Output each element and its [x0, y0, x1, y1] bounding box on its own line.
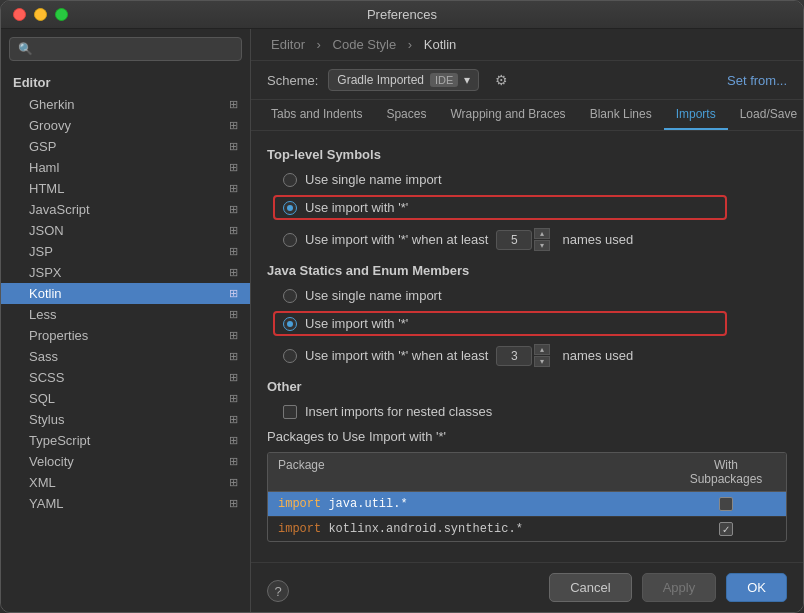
spinner-arrows: ▴ ▾	[534, 228, 550, 251]
top-level-radio-group: Use single name import Use import with '…	[283, 172, 787, 251]
tab-load-save[interactable]: Load/Save	[728, 100, 803, 130]
sidebar-item-jsp[interactable]: JSP ⊞	[1, 241, 250, 262]
window-title: Preferences	[367, 7, 437, 22]
col-with-subpackages: With Subpackages	[666, 453, 786, 491]
sidebar-item-icon: ⊞	[229, 434, 238, 447]
top-level-radio3[interactable]	[283, 233, 297, 247]
sidebar-item-typescript[interactable]: TypeScript ⊞	[1, 430, 250, 451]
top-level-radio1-label: Use single name import	[305, 172, 442, 187]
scheme-row: Scheme: Gradle Imported IDE ▾ ⚙ Set from…	[251, 61, 803, 100]
subpackages-checkbox[interactable]	[719, 522, 733, 536]
set-from-link[interactable]: Set from...	[727, 73, 787, 88]
table-row[interactable]: import kotlinx.android.synthetic.*	[268, 517, 786, 541]
java-statics-spinner-arrows: ▴ ▾	[534, 344, 550, 367]
tab-spaces[interactable]: Spaces	[374, 100, 438, 130]
sidebar-item-label: Velocity	[29, 454, 74, 469]
sidebar-item-label: Sass	[29, 349, 58, 364]
tab-tabs-and-indents[interactable]: Tabs and Indents	[259, 100, 374, 130]
search-input[interactable]	[39, 42, 233, 56]
other-title: Other	[267, 379, 787, 394]
scheme-dropdown[interactable]: Gradle Imported IDE ▾	[328, 69, 479, 91]
sidebar-item-stylus[interactable]: Stylus ⊞	[1, 409, 250, 430]
sidebar-item-yaml[interactable]: YAML ⊞	[1, 493, 250, 514]
java-statics-radio1[interactable]	[283, 289, 297, 303]
sidebar-item-jspx[interactable]: JSPX ⊞	[1, 262, 250, 283]
java-statics-radio3-label: Use import with '*' when at least	[305, 348, 488, 363]
spinner-down[interactable]: ▾	[534, 240, 550, 251]
chevron-down-icon: ▾	[464, 73, 470, 87]
sidebar-item-groovy[interactable]: Groovy ⊞	[1, 115, 250, 136]
java-statics-radio3[interactable]	[283, 349, 297, 363]
sidebar-item-label: GSP	[29, 139, 56, 154]
sidebar-item-icon: ⊞	[229, 224, 238, 237]
sidebar-item-json[interactable]: JSON ⊞	[1, 220, 250, 241]
sidebar-item-label: TypeScript	[29, 433, 90, 448]
help-button[interactable]: ?	[267, 580, 289, 602]
sidebar-item-sass[interactable]: Sass ⊞	[1, 346, 250, 367]
sidebar-item-label: JavaScript	[29, 202, 90, 217]
sidebar-item-icon: ⊞	[229, 119, 238, 132]
sidebar-item-icon: ⊞	[229, 98, 238, 111]
sidebar-item-properties[interactable]: Properties ⊞	[1, 325, 250, 346]
sidebar-item-scss[interactable]: SCSS ⊞	[1, 367, 250, 388]
top-level-spinner-input[interactable]	[496, 230, 532, 250]
java-statics-spinner-up[interactable]: ▴	[534, 344, 550, 355]
minimize-button[interactable]	[34, 8, 47, 21]
title-bar: Preferences	[1, 1, 803, 29]
top-level-radio1[interactable]	[283, 173, 297, 187]
breadcrumb-kotlin: Kotlin	[424, 37, 457, 52]
sidebar-item-label: JSON	[29, 223, 64, 238]
java-statics-spinner-input[interactable]	[496, 346, 532, 366]
sidebar-item-icon: ⊞	[229, 476, 238, 489]
package-cell: import kotlinx.android.synthetic.*	[268, 517, 666, 541]
cancel-button[interactable]: Cancel	[549, 573, 631, 602]
sidebar-item-html[interactable]: HTML ⊞	[1, 178, 250, 199]
sidebar-item-gsp[interactable]: GSP ⊞	[1, 136, 250, 157]
sidebar-item-icon: ⊞	[229, 350, 238, 363]
table-row[interactable]: import java.util.*	[268, 492, 786, 517]
spinner-up[interactable]: ▴	[534, 228, 550, 239]
sidebar-item-label: Kotlin	[29, 286, 62, 301]
java-statics-title: Java Statics and Enum Members	[267, 263, 787, 278]
gear-icon[interactable]: ⚙	[495, 72, 508, 88]
breadcrumb-editor: Editor	[271, 37, 305, 52]
java-statics-spinner-down[interactable]: ▾	[534, 356, 550, 367]
nested-imports-checkbox[interactable]	[283, 405, 297, 419]
top-level-radio2[interactable]	[283, 201, 297, 215]
sidebar-item-javascript[interactable]: JavaScript ⊞	[1, 199, 250, 220]
tab-imports[interactable]: Imports	[664, 100, 728, 130]
sidebar-item-velocity[interactable]: Velocity ⊞	[1, 451, 250, 472]
sidebar-item-label: Less	[29, 307, 56, 322]
sidebar-item-xml[interactable]: XML ⊞	[1, 472, 250, 493]
sidebar-item-gherkin[interactable]: Gherkin ⊞	[1, 94, 250, 115]
sidebar-item-haml[interactable]: Haml ⊞	[1, 157, 250, 178]
sidebar-item-label: Properties	[29, 328, 88, 343]
tab-blank-lines[interactable]: Blank Lines	[578, 100, 664, 130]
ok-button[interactable]: OK	[726, 573, 787, 602]
sidebar-item-label: Groovy	[29, 118, 71, 133]
sidebar-item-icon: ⊞	[229, 392, 238, 405]
scheme-value: Gradle Imported	[337, 73, 424, 87]
scheme-label: Scheme:	[267, 73, 318, 88]
subpackages-checkbox[interactable]	[719, 497, 733, 511]
maximize-button[interactable]	[55, 8, 68, 21]
apply-button[interactable]: Apply	[642, 573, 717, 602]
java-statics-spinner: ▴ ▾	[496, 344, 550, 367]
subpackages-cell	[666, 497, 786, 511]
sidebar-item-icon: ⊞	[229, 245, 238, 258]
top-level-names-used: names used	[562, 232, 633, 247]
sidebar-item-icon: ⊞	[229, 329, 238, 342]
java-statics-radio2[interactable]	[283, 317, 297, 331]
search-box[interactable]: 🔍	[9, 37, 242, 61]
sidebar-item-kotlin[interactable]: Kotlin ⊞	[1, 283, 250, 304]
tab-wrapping-and-braces[interactable]: Wrapping and Braces	[438, 100, 577, 130]
sidebar-item-label: Gherkin	[29, 97, 75, 112]
close-button[interactable]	[13, 8, 26, 21]
sidebar-item-label: Stylus	[29, 412, 64, 427]
sidebar-item-sql[interactable]: SQL ⊞	[1, 388, 250, 409]
sidebar-item-less[interactable]: Less ⊞	[1, 304, 250, 325]
import-keyword: import	[278, 522, 321, 536]
right-panel: Editor › Code Style › Kotlin Scheme: Gra…	[251, 29, 803, 612]
java-statics-radio1-row: Use single name import	[283, 288, 787, 303]
packages-section: Packages to Use Import with '*' Package …	[267, 429, 787, 542]
